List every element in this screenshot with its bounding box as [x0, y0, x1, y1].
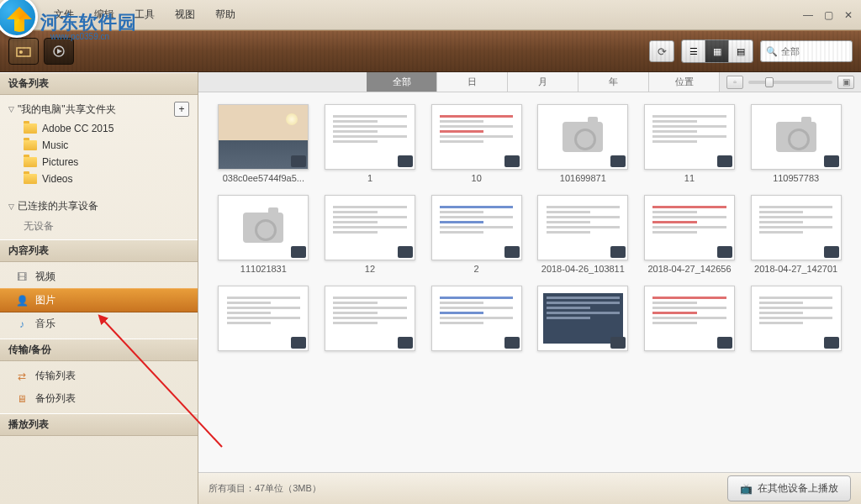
- thumb-badge-icon: [398, 246, 413, 258]
- titlebar: 河东软件园 www.pc0359.cn 文件 编辑 工具 视图 帮助 — ▢ ✕: [0, 0, 861, 30]
- list-view-button[interactable]: ☰: [682, 40, 705, 62]
- content-icon: ♪: [15, 318, 29, 331]
- thumbnail-image: [218, 104, 309, 170]
- zoom-slider[interactable]: [748, 81, 832, 84]
- minimize-button[interactable]: —: [802, 9, 814, 21]
- thumb-badge-icon: [504, 337, 520, 349]
- thumbnail-image: [325, 195, 415, 260]
- play-on-device-button[interactable]: 📺 在其他设备上播放: [727, 475, 851, 501]
- folder-icon: [24, 123, 37, 134]
- thumbnail-label: 110957783: [773, 173, 819, 183]
- thumb-badge-icon: [398, 337, 413, 349]
- thumbnail-item[interactable]: 12: [320, 195, 420, 274]
- thumbnail-item[interactable]: 101699871: [533, 104, 633, 183]
- thumbnail-label: 101699871: [560, 173, 606, 183]
- thumbnail-image: [537, 286, 628, 351]
- thumbnail-grid: 038c0ee5744f9a5...1101016998711111095778…: [198, 92, 861, 472]
- thumbnail-item[interactable]: 2018-04-27_142656: [640, 195, 740, 274]
- maximize-button[interactable]: ▢: [822, 9, 834, 21]
- thumb-badge-icon: [504, 246, 520, 258]
- menu-view[interactable]: 视图: [175, 8, 195, 22]
- tab-year[interactable]: 年: [578, 72, 649, 92]
- thumbnail-item[interactable]: 11: [640, 104, 740, 183]
- thumb-badge-icon: [824, 155, 839, 167]
- my-computer-label: "我的电脑"共享文件夹: [18, 102, 116, 117]
- content-item-video[interactable]: 🎞视频: [0, 265, 198, 288]
- no-device-text: 无设备: [0, 217, 198, 236]
- thumbnail-item[interactable]: 1: [320, 104, 420, 183]
- content-list-label: 内容列表: [8, 244, 49, 258]
- thumbnail-label: 2018-04-27_142656: [647, 264, 731, 274]
- search-box[interactable]: 🔍: [760, 40, 853, 62]
- tab-month[interactable]: 月: [508, 72, 578, 92]
- thumbnail-image: [431, 104, 522, 170]
- thumbnail-item[interactable]: [533, 286, 633, 354]
- thumbnail-item[interactable]: 2: [426, 195, 526, 274]
- thumbnail-image: [537, 104, 628, 170]
- folder-label: Music: [42, 139, 68, 151]
- thumbnail-image: [751, 104, 842, 170]
- thumbnail-item[interactable]: 038c0ee5744f9a5...: [214, 104, 314, 183]
- folder-item[interactable]: Adobe CC 2015: [0, 120, 198, 137]
- thumbnail-image: [431, 286, 522, 351]
- thumbnail-item[interactable]: 110957783: [746, 104, 846, 183]
- search-icon: 🔍: [766, 46, 778, 57]
- grid-view-button[interactable]: ▦: [705, 40, 729, 62]
- tab-day[interactable]: 日: [437, 72, 508, 92]
- transfer-icon: 🖥: [15, 392, 29, 406]
- thumbnail-image: [644, 286, 735, 351]
- thumb-badge-icon: [291, 337, 306, 349]
- photo-icon: [16, 45, 31, 57]
- thumbnail-item[interactable]: 10: [426, 104, 526, 183]
- menu-tools[interactable]: 工具: [135, 8, 155, 22]
- folder-item[interactable]: Music: [0, 137, 198, 154]
- main-area: 设备列表 ▽ "我的电脑"共享文件夹 + Adobe CC 2015MusicP…: [0, 72, 861, 504]
- cast-icon: 📺: [740, 483, 753, 495]
- transfer-label: 传输列表: [35, 369, 76, 383]
- sidebar: 设备列表 ▽ "我的电脑"共享文件夹 + Adobe CC 2015MusicP…: [0, 72, 198, 504]
- folder-item[interactable]: Videos: [0, 171, 198, 187]
- refresh-button[interactable]: ⟳: [649, 40, 674, 62]
- thumb-small-button[interactable]: ▫: [726, 76, 743, 89]
- content-label: 视频: [35, 270, 55, 284]
- search-input[interactable]: [781, 46, 847, 56]
- thumb-large-button[interactable]: ▣: [837, 76, 854, 89]
- folder-item[interactable]: Pictures: [0, 154, 198, 171]
- thumb-badge-icon: [398, 155, 413, 167]
- thumb-badge-icon: [291, 155, 306, 167]
- transfer-item[interactable]: ⇄传输列表: [0, 365, 198, 387]
- thumbnail-image: [644, 104, 735, 170]
- transfer-item[interactable]: 🖥备份列表: [0, 387, 198, 410]
- my-computer-group[interactable]: ▽ "我的电脑"共享文件夹 +: [0, 98, 198, 120]
- thumbnail-item[interactable]: 2018-04-26_103811: [533, 195, 633, 274]
- transfer-label: 传输/备份: [8, 343, 51, 357]
- content-item-music[interactable]: ♪音乐: [0, 312, 198, 335]
- menu-help[interactable]: 帮助: [215, 8, 235, 22]
- folder-label: Videos: [42, 173, 72, 185]
- thumbnail-image: [218, 195, 309, 260]
- thumbnail-item[interactable]: [214, 286, 314, 354]
- folder-icon: [24, 174, 37, 184]
- tab-location[interactable]: 位置: [649, 72, 720, 92]
- detail-view-button[interactable]: ▤: [729, 40, 753, 62]
- content-icon: 👤: [15, 294, 29, 307]
- thumbnail-item[interactable]: [640, 286, 740, 354]
- tab-all[interactable]: 全部: [367, 72, 437, 92]
- close-button[interactable]: ✕: [843, 9, 854, 21]
- connected-devices-label: 已连接的共享设备: [18, 199, 98, 213]
- chevron-down-icon: ▽: [8, 202, 14, 211]
- content-item-image[interactable]: 👤图片: [0, 288, 198, 312]
- play-video-button[interactable]: [44, 38, 74, 65]
- folder-icon: [24, 157, 37, 167]
- content-label: 图片: [35, 293, 55, 307]
- thumbnail-item[interactable]: 2018-04-27_142701: [746, 195, 846, 274]
- thumbnail-item[interactable]: [746, 286, 846, 354]
- status-text: 所有项目：47单位（3MB）: [209, 482, 321, 495]
- connected-devices-group[interactable]: ▽ 已连接的共享设备: [0, 196, 198, 217]
- thumbnail-item[interactable]: [426, 286, 526, 354]
- playlist-label: 播放列表: [8, 417, 49, 432]
- thumb-badge-icon: [717, 155, 732, 167]
- thumbnail-item[interactable]: [320, 286, 420, 354]
- add-folder-button[interactable]: +: [174, 102, 189, 117]
- thumbnail-item[interactable]: 111021831: [214, 195, 314, 274]
